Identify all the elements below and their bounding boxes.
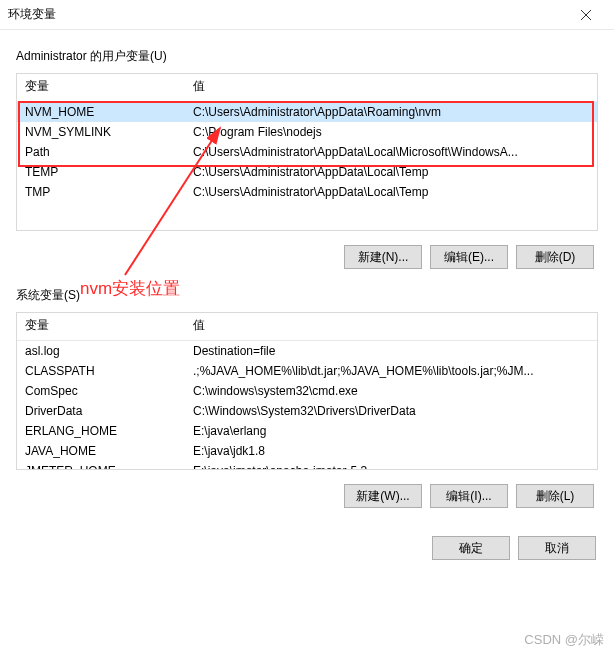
table-row[interactable]: asl.log Destination=file	[17, 341, 597, 362]
cell-name: TMP	[17, 182, 185, 202]
table-row[interactable]: JMETER_HOME E:\java\jmeter\apache-jmeter…	[17, 461, 597, 469]
sys-vars-label: 系统变量(S)	[16, 287, 598, 304]
table-row[interactable]: TMP C:\Users\Administrator\AppData\Local…	[17, 182, 597, 202]
user-vars-table: 变量 值 NVM_HOME C:\Users\Administrator\App…	[17, 74, 597, 202]
cell-name: ComSpec	[17, 381, 185, 401]
sys-col-value[interactable]: 值	[185, 313, 597, 341]
cell-name: NVM_SYMLINK	[17, 122, 185, 142]
cell-name: ERLANG_HOME	[17, 421, 185, 441]
cell-name: JMETER_HOME	[17, 461, 185, 469]
sys-vars-table: 变量 值 asl.log Destination=file CLASSPATH …	[17, 313, 597, 469]
cell-name: TEMP	[17, 162, 185, 182]
cell-value: Destination=file	[185, 341, 597, 362]
user-delete-button[interactable]: 删除(D)	[516, 245, 594, 269]
sys-delete-button[interactable]: 删除(L)	[516, 484, 594, 508]
sys-col-name[interactable]: 变量	[17, 313, 185, 341]
dialog-footer: 确定 取消	[0, 524, 614, 574]
cell-value: C:\Users\Administrator\AppData\Roaming\n…	[185, 102, 597, 123]
cell-name: DriverData	[17, 401, 185, 421]
cell-value: C:\Program Files\nodejs	[185, 122, 597, 142]
user-vars-box: 变量 值 NVM_HOME C:\Users\Administrator\App…	[16, 73, 598, 231]
table-row[interactable]: TEMP C:\Users\Administrator\AppData\Loca…	[17, 162, 597, 182]
cell-value: E:\java\erlang	[185, 421, 597, 441]
close-button[interactable]	[566, 0, 606, 30]
cell-name: JAVA_HOME	[17, 441, 185, 461]
ok-button[interactable]: 确定	[432, 536, 510, 560]
table-row[interactable]: CLASSPATH .;%JAVA_HOME%\lib\dt.jar;%JAVA…	[17, 361, 597, 381]
sys-new-button[interactable]: 新建(W)...	[344, 484, 422, 508]
table-row[interactable]: DriverData C:\Windows\System32\Drivers\D…	[17, 401, 597, 421]
cell-name: CLASSPATH	[17, 361, 185, 381]
watermark: CSDN @尔嵘	[524, 631, 604, 649]
user-new-button[interactable]: 新建(N)...	[344, 245, 422, 269]
user-col-value[interactable]: 值	[185, 74, 597, 102]
cell-value: C:\Users\Administrator\AppData\Local\Tem…	[185, 182, 597, 202]
cell-value: C:\Windows\System32\Drivers\DriverData	[185, 401, 597, 421]
cell-name: Path	[17, 142, 185, 162]
cell-value: C:\Users\Administrator\AppData\Local\Tem…	[185, 162, 597, 182]
cancel-button[interactable]: 取消	[518, 536, 596, 560]
user-vars-buttons: 新建(N)... 编辑(E)... 删除(D)	[16, 231, 598, 275]
user-vars-table-container[interactable]: 变量 值 NVM_HOME C:\Users\Administrator\App…	[17, 74, 597, 230]
user-edit-button[interactable]: 编辑(E)...	[430, 245, 508, 269]
table-row[interactable]: ComSpec C:\windows\system32\cmd.exe	[17, 381, 597, 401]
table-row[interactable]: NVM_SYMLINK C:\Program Files\nodejs	[17, 122, 597, 142]
cell-name: asl.log	[17, 341, 185, 362]
cell-value: E:\java\jmeter\apache-jmeter-5.3	[185, 461, 597, 469]
dialog-body: Administrator 的用户变量(U) 变量 值 NVM_HOME C:\…	[0, 30, 614, 524]
cell-value: .;%JAVA_HOME%\lib\dt.jar;%JAVA_HOME%\lib…	[185, 361, 597, 381]
sys-vars-buttons: 新建(W)... 编辑(I)... 删除(L)	[16, 470, 598, 514]
window-title: 环境变量	[8, 6, 566, 23]
close-icon	[581, 10, 591, 20]
user-vars-label: Administrator 的用户变量(U)	[16, 48, 598, 65]
cell-name: NVM_HOME	[17, 102, 185, 123]
cell-value: C:\windows\system32\cmd.exe	[185, 381, 597, 401]
table-row[interactable]: Path C:\Users\Administrator\AppData\Loca…	[17, 142, 597, 162]
table-row[interactable]: ERLANG_HOME E:\java\erlang	[17, 421, 597, 441]
cell-value: C:\Users\Administrator\AppData\Local\Mic…	[185, 142, 597, 162]
table-row[interactable]: JAVA_HOME E:\java\jdk1.8	[17, 441, 597, 461]
sys-edit-button[interactable]: 编辑(I)...	[430, 484, 508, 508]
user-col-name[interactable]: 变量	[17, 74, 185, 102]
titlebar: 环境变量	[0, 0, 614, 30]
table-row[interactable]: NVM_HOME C:\Users\Administrator\AppData\…	[17, 102, 597, 123]
cell-value: E:\java\jdk1.8	[185, 441, 597, 461]
sys-vars-box: 变量 值 asl.log Destination=file CLASSPATH …	[16, 312, 598, 470]
sys-vars-table-container[interactable]: 变量 值 asl.log Destination=file CLASSPATH …	[17, 313, 597, 469]
